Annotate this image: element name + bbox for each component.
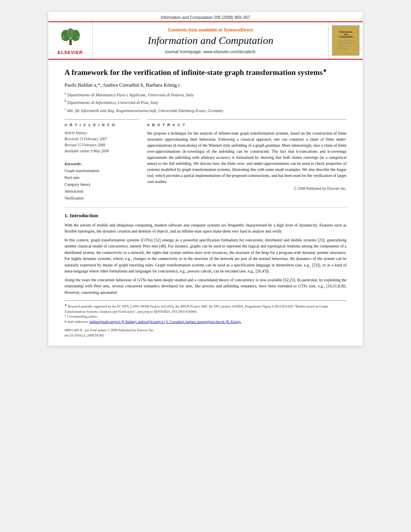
two-column-section: A R T I C L E I N F O Article history: R…	[64, 119, 347, 202]
elsevier-logo-section: ELSEVIER	[48, 22, 93, 59]
section-divider	[64, 207, 347, 208]
available-date: Available online 9 May 2008	[64, 148, 139, 154]
elsevier-logo: ELSEVIER	[58, 27, 83, 55]
intro-paragraph-3: Along the years the concurrent behaviour…	[64, 277, 347, 296]
contents-label: Contents lists available at	[168, 27, 222, 32]
journal-banner: ELSEVIER Contents lists available at Sci…	[48, 21, 363, 60]
history-label: Article history:	[64, 130, 139, 136]
affiliation-a: a Dipartimento di Matematica Pura e Appl…	[64, 91, 347, 98]
svg-point-4	[67, 28, 74, 38]
cover-decoration	[336, 39, 356, 51]
footnote-section: ★ Research partially supported by the EC…	[64, 300, 347, 324]
keyword-1: Graph transformation	[64, 167, 139, 174]
email-links[interactable]: baldan@math.unipd.it (P. Baldan), andrea…	[89, 320, 241, 324]
footnote-corresponding: * Corresponding author.	[64, 314, 347, 319]
abstract-text: We propose a technique for the analysis …	[147, 130, 347, 185]
footnote-star: ★ Research partially supported by the EC…	[64, 303, 347, 314]
journal-cover-section: InformationandComputation	[328, 22, 363, 59]
article-title: A framework for the verification of infi…	[64, 68, 347, 78]
article-title-text: A framework for the verification of infi…	[64, 68, 323, 77]
affiliations: a Dipartimento di Matematica Pura e Appl…	[64, 91, 347, 114]
journal-banner-center: Contents lists available at ScienceDirec…	[93, 22, 328, 59]
article-info-header: A R T I C L E I N F O	[64, 123, 139, 127]
abstract-paragraph: We propose a technique for the analysis …	[147, 130, 347, 185]
intro-section-title: 1. Introduction	[64, 212, 347, 219]
issn-line: 0890-5401/$ - see front matter © 2008 Pu…	[64, 328, 347, 333]
intro-section-label: Introduction	[70, 212, 98, 218]
science-direct-link-text[interactable]: ScienceDirect	[224, 27, 253, 32]
keywords-block: Keywords: Graph transformation Petri net…	[64, 160, 139, 202]
elsevier-label: ELSEVIER	[58, 50, 83, 55]
svg-rect-1	[69, 39, 72, 45]
journal-homepage: journal homepage: www.elsevier.com/locat…	[165, 49, 256, 54]
journal-citation: Information and Computation 206 (2008) 8…	[161, 15, 250, 20]
copyright-notice: © 2008 Published by Elsevier Inc.	[147, 187, 347, 191]
cover-title: InformationandComputation	[339, 31, 353, 38]
keyword-3: Category theory	[64, 181, 139, 188]
elsevier-tree-icon	[58, 27, 83, 49]
article-content: A framework for the verification of infi…	[48, 60, 363, 346]
svg-point-6	[77, 36, 79, 38]
bottom-meta: 0890-5401/$ - see front matter © 2008 Pu…	[64, 328, 347, 338]
footnote-emails: E-mail addresses: baldan@math.unipd.it (…	[64, 319, 347, 324]
article-info-column: A R T I C L E I N F O Article history: R…	[64, 119, 139, 202]
keyword-2: Petri nets	[64, 174, 139, 181]
intro-paragraph-1: With the advent of mobile and ubiquitous…	[64, 222, 347, 235]
science-direct-line: Contents lists available at ScienceDirec…	[168, 27, 253, 32]
authors-text: Paolo Baldan a,*, Andrea Corradini b, Ba…	[64, 82, 181, 88]
journal-meta-top: Information and Computation 206 (2008) 8…	[48, 12, 363, 21]
doi-line: doi:10.1016/j.ic.2008.04.002	[64, 333, 347, 338]
page: Information and Computation 206 (2008) 8…	[48, 12, 363, 346]
keyword-4: Abstraction	[64, 188, 139, 195]
authors: Paolo Baldan a,*, Andrea Corradini b, Ba…	[64, 82, 347, 88]
intro-paragraph-2: In this context, graph transformation sy…	[64, 237, 347, 274]
article-title-sup: ★	[323, 68, 327, 73]
journal-cover-image: InformationandComputation	[332, 25, 359, 56]
received-date: Received 13 February 2007	[64, 136, 139, 142]
intro-section-num: 1.	[64, 212, 68, 218]
keyword-5: Verification	[64, 195, 139, 202]
affiliation-b: b Dipartimento di Informatica, Universit…	[64, 98, 347, 106]
svg-point-5	[62, 36, 64, 38]
journal-title-banner: Information and Computation	[147, 35, 273, 47]
keywords-label: Keywords:	[64, 160, 139, 167]
revised-date: Revised 15 February 2008	[64, 142, 139, 148]
affiliation-c: c Abt. für Informatik und Ang. Kognition…	[64, 106, 347, 114]
abstract-column: A B S T R A C T We propose a technique f…	[147, 119, 347, 202]
abstract-header: A B S T R A C T	[147, 123, 347, 127]
article-history: Article history: Received 13 February 20…	[64, 130, 139, 155]
